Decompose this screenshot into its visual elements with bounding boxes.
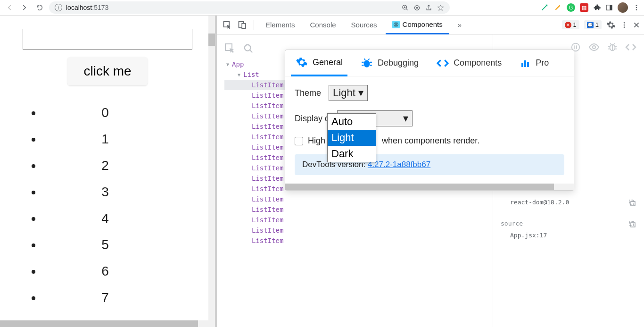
horizontal-scrollbar[interactable]: [0, 320, 208, 327]
list-item: 2: [42, 152, 196, 179]
chrome-menu-icon[interactable]: [633, 4, 640, 11]
extensions-icon[interactable]: [593, 4, 601, 11]
svg-rect-25: [629, 200, 634, 204]
copy-icon[interactable]: [628, 199, 636, 207]
number-list: 01234567: [19, 100, 196, 311]
extension-icon-1[interactable]: [540, 3, 549, 12]
text-input[interactable]: [23, 29, 192, 50]
devtools-close-icon[interactable]: [633, 21, 640, 29]
svg-rect-27: [629, 221, 634, 226]
bug-icon[interactable]: [607, 42, 618, 52]
svg-rect-10: [242, 23, 246, 28]
profile-avatar[interactable]: [618, 2, 628, 13]
svg-point-15: [624, 22, 625, 24]
svg-point-5: [636, 5, 637, 6]
density-label: Display d: [295, 114, 330, 124]
tab-console[interactable]: Console: [304, 16, 343, 34]
theme-label: Theme: [295, 88, 321, 98]
tab-components[interactable]: Components: [386, 16, 449, 34]
svg-rect-26: [631, 201, 635, 206]
inspect-eye-icon[interactable]: [588, 42, 600, 53]
site-info-icon[interactable]: i: [55, 4, 62, 11]
tab-sources[interactable]: Sources: [345, 16, 384, 34]
reload-button[interactable]: [34, 2, 45, 13]
chart-icon: [520, 58, 531, 69]
rendered-by-value: react-dom@18.2.0: [510, 199, 636, 206]
svg-point-2: [416, 7, 418, 8]
tree-node-listitem[interactable]: ListItem: [224, 204, 493, 215]
svg-point-29: [364, 60, 370, 67]
svg-point-17: [624, 26, 625, 28]
gear-icon: [296, 56, 308, 68]
tree-picker-icon[interactable]: [224, 43, 236, 54]
settings-tab-profiler[interactable]: Pro: [515, 50, 553, 76]
share-icon[interactable]: [425, 4, 432, 11]
svg-rect-32: [527, 62, 529, 67]
list-item: 4: [42, 205, 196, 232]
address-bar[interactable]: i localhost:5173: [49, 1, 450, 14]
svg-point-7: [636, 9, 637, 10]
settings-tab-components[interactable]: Components: [432, 50, 506, 76]
lens-icon[interactable]: [413, 4, 421, 11]
bookmark-icon[interactable]: [437, 4, 444, 11]
svg-rect-30: [521, 63, 523, 67]
svg-rect-4: [610, 5, 612, 10]
forward-button[interactable]: [19, 2, 30, 13]
svg-rect-22: [576, 45, 577, 49]
tree-node-listitem[interactable]: ListItem: [224, 194, 493, 204]
theme-select[interactable]: Light ▾: [329, 85, 368, 101]
tree-node-listitem[interactable]: ListItem: [224, 215, 493, 225]
error-badge[interactable]: ✕1: [562, 20, 579, 29]
element-picker-icon[interactable]: [221, 18, 234, 32]
settings-tab-general[interactable]: General: [291, 50, 347, 76]
react-logo-icon: [392, 21, 400, 28]
zoom-icon[interactable]: [402, 4, 409, 11]
version-link[interactable]: 4.27.2-1a88fbb67: [368, 160, 430, 169]
browser-toolbar: i localhost:5173 G ▦: [0, 0, 644, 16]
list-item: 6: [42, 258, 196, 285]
click-me-button[interactable]: click me: [67, 57, 147, 85]
chevron-down-icon: ▾: [403, 112, 408, 125]
devtools-menu-icon[interactable]: [620, 21, 628, 29]
list-item: 3: [42, 179, 196, 205]
copy-icon[interactable]: [628, 220, 636, 228]
list-item: 0: [42, 100, 196, 126]
settings-tab-debugging[interactable]: Debugging: [356, 50, 423, 76]
svg-point-16: [624, 24, 625, 25]
list-item: 7: [42, 285, 196, 311]
code-icon[interactable]: [625, 42, 636, 53]
svg-rect-21: [574, 45, 575, 49]
source-label: source: [501, 220, 523, 227]
devtools-settings-icon[interactable]: [606, 20, 616, 30]
tabs-overflow[interactable]: »: [451, 16, 468, 34]
theme-dropdown: Auto Light Dark: [327, 113, 376, 162]
side-panel-icon[interactable]: [605, 4, 613, 11]
source-value: App.jsx:17: [510, 232, 636, 239]
vertical-scrollbar[interactable]: [208, 16, 215, 327]
svg-point-23: [593, 46, 595, 49]
code-icon: [437, 57, 449, 69]
tree-node-listitem[interactable]: ListItem: [224, 235, 493, 246]
page-viewport: click me 01234567: [0, 16, 215, 327]
theme-option-dark[interactable]: Dark: [328, 146, 376, 162]
list-item: 5: [42, 232, 196, 258]
theme-option-light[interactable]: Light: [328, 130, 376, 146]
svg-rect-31: [524, 60, 526, 67]
svg-point-19: [245, 45, 251, 51]
url-text: localhost:5173: [66, 4, 108, 11]
svg-rect-28: [631, 223, 635, 227]
tab-elements[interactable]: Elements: [259, 16, 302, 34]
extension-icon-2[interactable]: [553, 3, 562, 12]
popover-scrollbar[interactable]: [285, 184, 574, 190]
extension-icon-4[interactable]: ▦: [580, 3, 588, 12]
extension-icon-3[interactable]: G: [567, 3, 575, 12]
back-button[interactable]: [4, 2, 15, 13]
list-item: 1: [42, 126, 196, 152]
bug-icon: [361, 57, 373, 69]
devtools-tab-bar: Elements Console Sources Components » ✕1…: [217, 16, 644, 34]
device-toggle-icon[interactable]: [236, 18, 249, 32]
theme-option-auto[interactable]: Auto: [328, 114, 376, 130]
tree-node-listitem[interactable]: ListItem: [224, 225, 493, 235]
message-badge[interactable]: 💬1: [584, 20, 602, 29]
tree-search-icon[interactable]: [243, 43, 254, 54]
